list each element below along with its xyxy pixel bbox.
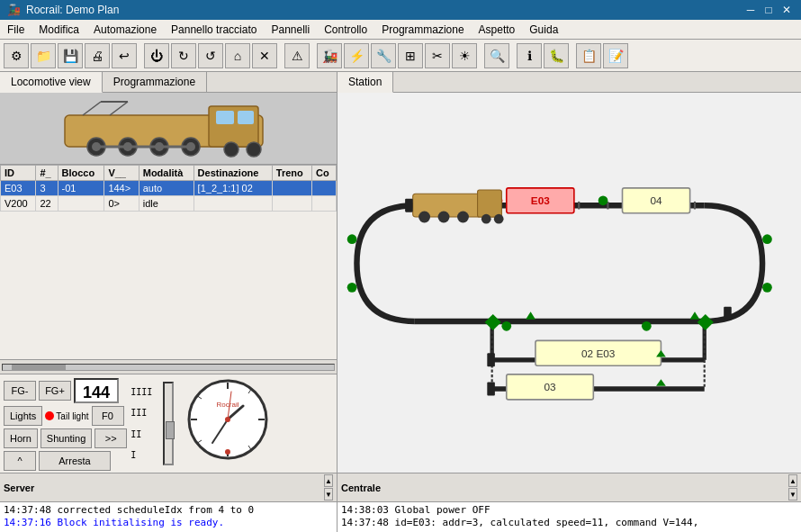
cell-block: [58, 196, 104, 212]
maximize-button[interactable]: □: [761, 4, 776, 16]
tb-info[interactable]: ℹ: [517, 43, 542, 68]
menu-controllo[interactable]: Controllo: [317, 22, 374, 38]
server-scroll-down[interactable]: ▼: [324, 488, 333, 500]
cell-dest: [194, 196, 272, 212]
menu-pannello-tracciato[interactable]: Pannello tracciato: [164, 22, 264, 38]
tb-refresh[interactable]: ↻: [171, 43, 196, 68]
tb-print[interactable]: 🖨: [85, 43, 110, 68]
centrale-log-panel: Centrale ▲ ▼ 14:38:03 Global power OFF14…: [338, 473, 801, 532]
tb-scissors[interactable]: ✂: [425, 43, 450, 68]
svg-point-56: [642, 321, 652, 331]
tb-zoom[interactable]: 🔍: [484, 43, 509, 68]
tb-connect[interactable]: ⚡: [344, 43, 369, 68]
svg-point-74: [457, 212, 469, 223]
throttle-mark-2: II: [130, 429, 158, 439]
svg-text:03: 03: [544, 381, 556, 393]
tab-locomotive-view[interactable]: Locomotive view: [0, 72, 103, 93]
tb-undo[interactable]: ↩: [112, 43, 137, 68]
left-tabs: Locomotive view Programmazione: [0, 72, 337, 93]
svg-point-53: [598, 195, 608, 205]
throttle-handle[interactable]: [166, 421, 175, 439]
tb-log[interactable]: 📋: [576, 43, 601, 68]
h-scroll-thumb[interactable]: [12, 365, 66, 370]
tail-light-area: Tail light: [45, 411, 88, 421]
svg-rect-2: [216, 111, 234, 124]
tab-programmazione[interactable]: Programmazione: [103, 72, 207, 92]
tab-station[interactable]: Station: [338, 72, 393, 93]
server-log-body: 14:37:48 corrected scheduleIdx from 4 to…: [0, 502, 337, 532]
svg-point-58: [762, 283, 772, 293]
table-row[interactable]: E033-01144>auto[1_2_1:1] 02: [1, 181, 337, 196]
tb-warning[interactable]: ⚠: [284, 43, 310, 68]
up-arrow-button[interactable]: ^: [4, 451, 36, 471]
cell-train: [272, 196, 311, 212]
tb-home[interactable]: ⌂: [225, 43, 250, 68]
shunting-button[interactable]: Shunting: [40, 428, 92, 448]
menu-file[interactable]: File: [0, 22, 32, 38]
tb-loco[interactable]: 🚂: [317, 43, 342, 68]
svg-point-59: [347, 234, 357, 244]
server-log-content: 14:37:48 corrected scheduleIdx from 4 to…: [0, 502, 337, 532]
svg-rect-3: [238, 111, 254, 124]
controls-left: FG- FG+ 144 Lights Tail light F0: [4, 378, 127, 469]
arrow-right-button[interactable]: >>: [94, 428, 127, 448]
menu-aspetto[interactable]: Aspetto: [472, 22, 523, 38]
close-button[interactable]: ✕: [779, 4, 794, 16]
bottom-area: Server ▲ ▼ 14:37:48 corrected scheduleId…: [0, 473, 801, 532]
h-scroll[interactable]: [0, 359, 337, 374]
svg-point-75: [482, 214, 491, 224]
arresta-button[interactable]: Arresta: [39, 451, 111, 471]
tb-save[interactable]: 💾: [58, 43, 83, 68]
clock-svg: Rocrail: [186, 378, 269, 461]
col-co: Co: [312, 166, 337, 181]
menu-automazione[interactable]: Automazione: [86, 22, 164, 38]
fg-minus-button[interactable]: FG-: [4, 381, 36, 401]
svg-marker-78: [690, 311, 700, 320]
throttle-bar[interactable]: [161, 378, 176, 469]
svg-rect-79: [485, 314, 501, 330]
tb-switch[interactable]: ⊞: [398, 43, 423, 68]
menu-programmazione[interactable]: Programmazione: [374, 22, 471, 38]
minimize-button[interactable]: ─: [743, 4, 758, 16]
menu-pannelli[interactable]: Pannelli: [264, 22, 317, 38]
tb-refresh2[interactable]: ↺: [198, 43, 223, 68]
svg-marker-82: [656, 379, 666, 386]
throttle-mark-3: III: [130, 408, 158, 418]
tb-bug[interactable]: 🐛: [544, 43, 569, 68]
lights-button[interactable]: Lights: [4, 406, 42, 426]
centrale-log-body: 14:38:03 Global power OFF14:37:48 id=E03…: [338, 502, 801, 532]
server-scroll-up[interactable]: ▲: [324, 474, 333, 487]
menubar: File Modifica Automazione Pannello tracc…: [0, 20, 801, 40]
throttle-track[interactable]: [163, 382, 174, 465]
cell-train: [272, 181, 311, 196]
centrale-scroll-up[interactable]: ▲: [788, 474, 797, 487]
tb-open[interactable]: 📁: [31, 43, 56, 68]
throttle-mark-1: I: [130, 450, 158, 460]
server-scroll-buttons: ▲ ▼: [324, 474, 333, 500]
menu-modifica[interactable]: Modifica: [32, 22, 86, 38]
svg-rect-83: [405, 199, 413, 212]
svg-line-17: [110, 102, 128, 115]
tb-track[interactable]: 🔧: [371, 43, 396, 68]
title-area: 🚂 Rocrail: Demo Plan: [7, 4, 119, 16]
svg-text:04: 04: [651, 194, 663, 207]
svg-point-31: [225, 417, 230, 422]
main-area: Locomotive view Programmazione: [0, 72, 801, 473]
horn-button[interactable]: Horn: [4, 428, 38, 448]
speed-row: FG- FG+ 144: [4, 378, 127, 403]
titlebar: 🚂 Rocrail: Demo Plan ─ □ ✕: [0, 0, 801, 20]
menu-guida[interactable]: Guida: [522, 22, 565, 38]
tb-stop[interactable]: ✕: [252, 43, 277, 68]
f0-button[interactable]: F0: [92, 406, 124, 426]
centrale-scroll-down[interactable]: ▼: [788, 488, 797, 500]
station-canvas[interactable]: E03 04 02 E03 03: [338, 93, 801, 473]
tb-settings[interactable]: ⚙: [4, 43, 29, 68]
tb-light[interactable]: ☀: [452, 43, 477, 68]
cell-num: 22: [36, 196, 58, 212]
fg-plus-button[interactable]: FG+: [39, 381, 71, 401]
tb-note[interactable]: 📝: [603, 43, 628, 68]
svg-text:E03: E03: [531, 194, 550, 207]
h-scroll-track[interactable]: [2, 364, 335, 371]
table-row[interactable]: V200220>idle: [1, 196, 337, 212]
tb-power[interactable]: ⏻: [144, 43, 169, 68]
